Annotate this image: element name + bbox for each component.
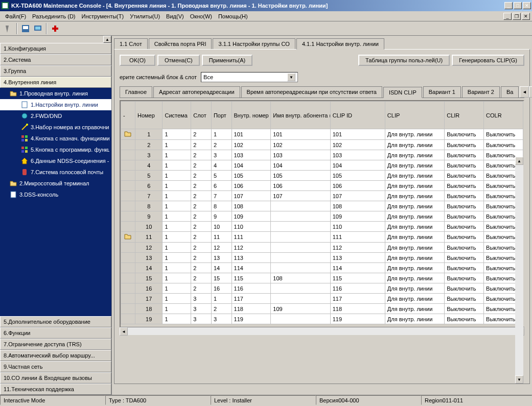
cell[interactable]: Выключить — [445, 150, 484, 160]
cell[interactable] — [271, 243, 330, 253]
cell[interactable] — [121, 273, 135, 283]
cell[interactable]: 112 — [232, 243, 271, 253]
cell[interactable]: 105 — [271, 171, 330, 181]
cell[interactable]: 113 — [232, 253, 271, 263]
cell[interactable]: 1 — [163, 263, 191, 273]
cell[interactable]: 101 — [271, 129, 330, 140]
cell[interactable]: 7 — [211, 191, 232, 201]
cell[interactable] — [121, 304, 135, 314]
maximize-button[interactable]: □ — [514, 2, 522, 9]
cell[interactable]: 103 — [330, 150, 385, 160]
table-row[interactable]: 6126106106106Для внутр. линииВыключитьВы… — [121, 181, 523, 191]
cell[interactable]: Выключить — [445, 140, 484, 150]
cell[interactable]: Для внутр. линии — [385, 253, 444, 263]
cell[interactable]: 11 — [211, 232, 232, 243]
cell[interactable]: 1 — [163, 273, 191, 283]
cell[interactable]: 16 — [135, 283, 163, 294]
vertical-scrollbar[interactable]: ▲ ▼ — [515, 157, 523, 384]
cell[interactable] — [271, 283, 330, 294]
cell[interactable]: 4 — [135, 160, 163, 171]
cell[interactable]: Выключить — [445, 243, 484, 253]
cell[interactable]: 14 — [211, 263, 232, 273]
cell[interactable]: 3 — [191, 294, 212, 304]
sidebar-item[interactable]: 2.Система — [0, 54, 111, 65]
cell[interactable]: 102 — [232, 140, 271, 150]
cell[interactable]: 114 — [330, 263, 385, 273]
cell[interactable]: 1 — [163, 150, 191, 160]
cell[interactable]: 104 — [330, 160, 385, 171]
cell[interactable]: Для внутр. линии — [385, 191, 444, 201]
minimize-button[interactable]: _ — [504, 2, 513, 9]
cell[interactable]: Для внутр. линии — [385, 181, 444, 191]
main-tab[interactable]: Свойства порта PRI — [149, 38, 212, 50]
cell[interactable]: 5 — [211, 171, 232, 181]
cell[interactable]: 119 — [330, 314, 385, 324]
sub-tab[interactable]: Адресат автопереадресации — [153, 86, 240, 98]
tb-disk-icon[interactable] — [20, 23, 31, 34]
main-tab[interactable]: 1.1 Слот — [114, 38, 148, 50]
cell[interactable] — [121, 181, 135, 191]
cell[interactable]: Для внутр. линии — [385, 314, 444, 324]
column-header[interactable]: COLR — [484, 102, 523, 129]
cell[interactable] — [121, 201, 135, 211]
cell[interactable]: 1 — [163, 222, 191, 232]
apply-button[interactable]: Применить(A) — [202, 55, 253, 66]
cell[interactable]: 104 — [232, 160, 271, 171]
table-row[interactable]: 1121101101101Для внутр. линииВыключитьВы… — [121, 129, 523, 140]
cell[interactable]: 1 — [135, 129, 163, 140]
cell[interactable]: Для внутр. линии — [385, 160, 444, 171]
table-row[interactable]: 131213113113Для внутр. линииВыключитьВык… — [121, 253, 523, 263]
cell[interactable]: 2 — [191, 191, 212, 201]
cell[interactable]: Выключить — [445, 160, 484, 171]
sub-tab[interactable]: Вариант 1 — [423, 86, 461, 98]
cell[interactable]: 110 — [330, 222, 385, 232]
table-row[interactable]: 3123103103103Для внутр. линииВыключитьВы… — [121, 150, 523, 160]
cell[interactable]: 102 — [271, 140, 330, 150]
cell[interactable] — [271, 222, 330, 232]
cell[interactable]: Выключить — [445, 253, 484, 263]
column-header[interactable]: CLIP — [385, 102, 444, 129]
sub-tab[interactable]: Главное — [120, 86, 152, 98]
cell[interactable] — [271, 201, 330, 211]
cell[interactable]: 111 — [330, 232, 385, 243]
cell[interactable]: 117 — [232, 294, 271, 304]
table-row[interactable]: 141214114114Для внутр. линииВыключитьВык… — [121, 263, 523, 273]
cell[interactable]: 107 — [330, 191, 385, 201]
table-row[interactable]: 4124104104104Для внутр. линииВыключитьВы… — [121, 160, 523, 171]
cell[interactable]: 1 — [163, 201, 191, 211]
column-header[interactable]: Номер — [135, 102, 163, 129]
cell[interactable] — [271, 263, 330, 273]
cell[interactable]: 18 — [135, 304, 163, 314]
tree-item[interactable]: 6.Данные NDSS-соединения - — [0, 155, 111, 166]
tree-item[interactable]: 4.Кнопка с назнач. функциями — [0, 133, 111, 144]
sub-tab[interactable]: Время автопереадресации при отсутствии о… — [241, 86, 382, 98]
sidebar-item[interactable]: 3.Группа — [0, 65, 111, 77]
tree-item[interactable]: 1.Проводная внутр. линия — [0, 88, 111, 99]
menu-help[interactable]: Помощь(H) — [215, 12, 251, 20]
sidebar-item[interactable]: 6.Функции — [0, 327, 111, 339]
tree-item[interactable]: 7.Система голосовой почты — [0, 166, 111, 178]
cell[interactable]: 2 — [191, 253, 212, 263]
cell[interactable] — [121, 283, 135, 294]
sub-tab[interactable]: ISDN CLIP — [383, 87, 422, 98]
menu-tools[interactable]: Инструменты(T) — [79, 12, 127, 20]
cell[interactable]: 1 — [163, 160, 191, 171]
cell[interactable]: 110 — [232, 222, 271, 232]
cell[interactable]: Для внутр. линии — [385, 283, 444, 294]
cell[interactable] — [121, 140, 135, 150]
cell[interactable]: Выключить — [445, 294, 484, 304]
tb-flashlight-icon[interactable] — [3, 23, 14, 34]
subtab-next-icon[interactable]: ► — [529, 86, 532, 98]
cell[interactable]: 104 — [271, 160, 330, 171]
sidebar-item[interactable]: 5.Дополнительное оборудование — [0, 316, 111, 327]
cell[interactable]: 17 — [135, 294, 163, 304]
cell[interactable]: Для внутр. линии — [385, 171, 444, 181]
scroll-down-icon[interactable]: ▼ — [515, 375, 523, 384]
data-grid[interactable]: -НомерСистемаСлотПортВнутр. номерИмя вну… — [120, 100, 524, 335]
cell[interactable]: 3 — [211, 314, 232, 324]
column-header[interactable]: Система — [163, 102, 191, 129]
cell[interactable]: 19 — [135, 314, 163, 324]
sub-tab[interactable]: Ва — [501, 86, 519, 98]
cell[interactable]: 116 — [232, 283, 271, 294]
table-row[interactable]: 111211111111Для внутр. линииВыключитьВык… — [121, 232, 523, 243]
